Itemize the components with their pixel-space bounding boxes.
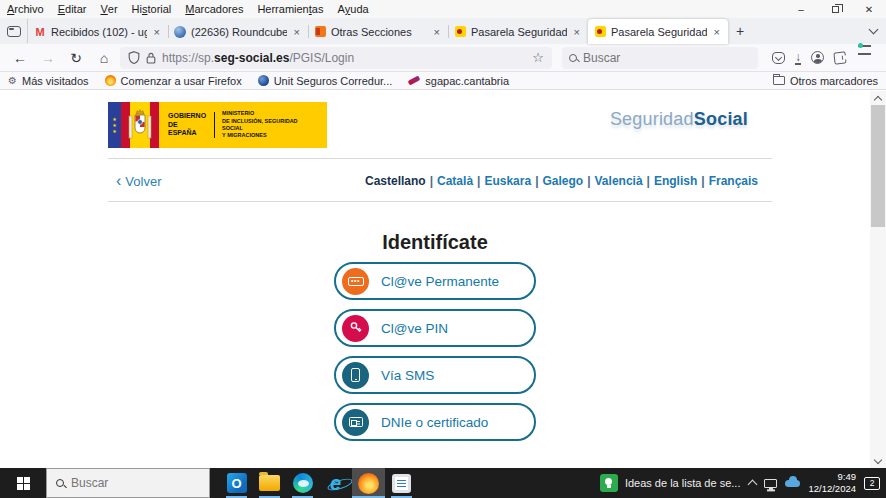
language-english[interactable]: English	[654, 174, 697, 188]
menu-ayuda[interactable]: Ayuda	[330, 0, 375, 18]
file-explorer-icon	[259, 475, 280, 491]
ministerio-label: MINISTERIO DE INCLUSIÓN, SEGURIDAD SOCIA…	[222, 110, 317, 140]
edge-icon	[293, 473, 313, 493]
document-app-icon	[392, 474, 411, 493]
tab-close-button[interactable]: ×	[572, 26, 582, 38]
firefox-icon	[358, 473, 379, 494]
volver-link[interactable]: ‹Volver	[116, 173, 161, 189]
spain-flag-stripes	[121, 102, 159, 148]
language-galego[interactable]: Galego	[542, 174, 583, 188]
dnie-certificado-button[interactable]: DNIe o certificado	[334, 403, 536, 441]
taskbar-edge[interactable]	[286, 468, 319, 498]
lock-icon[interactable]	[146, 52, 156, 64]
action-center-icon[interactable]: 2	[864, 477, 880, 490]
search-input[interactable]	[583, 51, 713, 65]
language-valencia[interactable]: Valencià	[595, 174, 643, 188]
list-all-tabs-button[interactable]	[860, 19, 886, 43]
menu-editar[interactable]: Editar	[51, 0, 94, 18]
tab-recibidos[interactable]: M Recibidos (102) - ugamcoag@g ×	[28, 19, 168, 44]
tab-otras-secciones[interactable]: Otras Secciones ×	[308, 19, 448, 44]
app-menu-button[interactable]	[856, 49, 860, 67]
shield-icon[interactable]	[128, 51, 140, 64]
vertical-scrollbar[interactable]	[870, 91, 886, 468]
via-sms-button[interactable]: Vía SMS	[334, 356, 536, 394]
firefox-view-icon	[7, 26, 21, 37]
new-tab-button[interactable]: +	[728, 19, 752, 43]
account-icon[interactable]	[811, 51, 824, 64]
menu-herramientas[interactable]: Herramientas	[250, 0, 330, 18]
seg-social-favicon-icon	[455, 26, 466, 37]
header-divider	[108, 158, 772, 159]
bookmarks-toolbar: ⚙Más visitados Comenzar a usar Firefox U…	[0, 72, 886, 90]
tab-pasarela-2-active[interactable]: Pasarela Seguridad Social ×	[588, 19, 728, 44]
forward-button[interactable]: →	[36, 47, 60, 69]
bookmark-star-icon[interactable]: ☆	[532, 50, 544, 65]
taskbar-search[interactable]	[46, 468, 210, 498]
taskbar-clock[interactable]: 9:49 12/12/2024	[808, 471, 856, 495]
clock-time: 9:49	[808, 471, 856, 483]
seguridad-social-logo: SeguridadSocial	[610, 109, 748, 130]
taskbar-search-input[interactable]	[71, 476, 181, 490]
system-tray: 9:49 12/12/2024 2	[749, 471, 880, 495]
taskbar-outlook[interactable]: O	[220, 468, 253, 498]
clave-pin-key-icon	[342, 315, 369, 342]
firefox-view-button[interactable]	[0, 19, 28, 43]
search-bar[interactable]	[562, 47, 758, 69]
taskbar-document-app[interactable]	[385, 468, 418, 498]
menu-ver[interactable]: Ver	[93, 0, 124, 18]
tab-pasarela-1[interactable]: Pasarela Seguridad Social ×	[448, 19, 588, 44]
taskbar-apps: O e	[220, 468, 418, 498]
back-button[interactable]: ←	[8, 47, 32, 69]
bookmark-comenzar-firefox[interactable]: Comenzar a usar Firefox	[105, 75, 242, 87]
url-bar[interactable]: https://sp.seg-social.es/PGIS/Login ☆	[120, 47, 552, 69]
folder-icon	[773, 76, 785, 85]
home-button[interactable]: ⌂	[92, 47, 116, 69]
unit-seguros-icon	[258, 75, 269, 86]
search-icon	[569, 54, 577, 62]
bookmark-sgapac[interactable]: sgapac.cantabria	[408, 75, 509, 87]
close-button[interactable]: ✕	[852, 0, 886, 18]
pocket-icon[interactable]	[772, 52, 785, 64]
language-catala[interactable]: Català	[437, 174, 473, 188]
taskbar-internet-explorer[interactable]: e	[319, 468, 352, 498]
extensions-icon[interactable]	[833, 51, 846, 64]
scrollbar-thumb[interactable]	[871, 105, 885, 227]
chevron-up-icon	[874, 95, 882, 103]
minimize-button[interactable]: –	[784, 0, 818, 18]
show-hidden-icons-chevron[interactable]	[748, 480, 758, 490]
bookmark-mas-visitados[interactable]: ⚙Más visitados	[8, 75, 89, 87]
tab-close-button[interactable]: ×	[432, 26, 442, 38]
language-castellano[interactable]: Castellano	[365, 174, 426, 188]
taskbar-file-explorer[interactable]	[253, 468, 286, 498]
outlook-icon: O	[227, 473, 247, 493]
language-francais[interactable]: Français	[709, 174, 758, 188]
language-euskara[interactable]: Euskara	[484, 174, 531, 188]
back-and-language-row: ‹Volver Castellano| Català| Euskara| Gal…	[108, 169, 772, 193]
tab-roundcube[interactable]: (22636) Roundcube Webmail :: ×	[168, 19, 308, 44]
tab-close-button[interactable]: ×	[292, 26, 302, 38]
clave-pin-button[interactable]: Cl@ve PIN	[334, 309, 536, 347]
logo-divider	[214, 112, 215, 138]
network-icon[interactable]	[764, 479, 777, 488]
language-selector: Castellano| Català| Euskara| Galego| Val…	[365, 174, 758, 188]
clave-permanente-icon: •••	[342, 268, 369, 295]
other-bookmarks-button[interactable]: Otros marcadores	[773, 75, 878, 87]
menu-marcadores[interactable]: Marcadores	[178, 0, 250, 18]
clave-permanente-button[interactable]: ••• Cl@ve Permanente	[334, 262, 536, 300]
internet-explorer-icon: e	[330, 473, 341, 493]
start-button[interactable]	[0, 468, 46, 498]
menu-archivo[interactable]: Archivo	[0, 0, 51, 18]
scroll-up-button[interactable]	[870, 91, 886, 105]
restore-button[interactable]	[818, 0, 852, 18]
bookmark-unit-seguros[interactable]: Unit Seguros Corredur...	[258, 75, 393, 87]
menu-historial[interactable]: Historial	[125, 0, 179, 18]
scroll-down-button[interactable]	[870, 454, 886, 468]
downloads-icon[interactable]: ↓	[795, 51, 801, 65]
tab-close-button[interactable]: ×	[712, 26, 722, 38]
clock-date: 12/12/2024	[808, 483, 856, 495]
taskbar-firefox-active[interactable]	[352, 468, 385, 498]
taskbar-notification[interactable]: Ideas de la lista de se...	[600, 474, 741, 492]
onedrive-cloud-icon[interactable]	[785, 480, 800, 487]
tab-close-button[interactable]: ×	[152, 26, 162, 38]
reload-button[interactable]: ↻	[64, 47, 88, 69]
